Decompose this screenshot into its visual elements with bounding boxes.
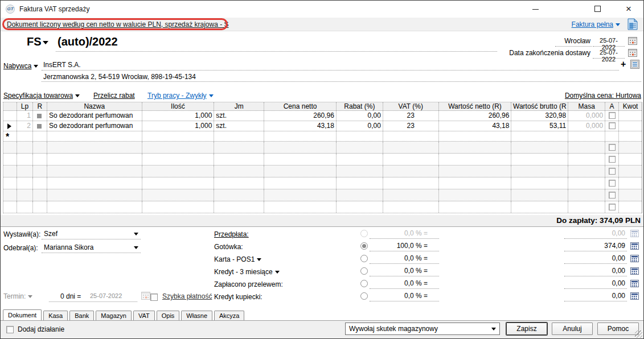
- item-qty-cell[interactable]: 1,000: [142, 121, 215, 131]
- default-price-link[interactable]: Domyślna cena: Hurtowa: [565, 92, 641, 100]
- table-row[interactable]: 2 So dezodorant perfumowan 1,000 szt. 43…: [3, 121, 642, 131]
- term-selector[interactable]: Termin:: [3, 292, 32, 300]
- calendar-icon[interactable]: [628, 37, 637, 47]
- col-header-nazwa[interactable]: Nazwa: [47, 102, 142, 110]
- doc-number-field[interactable]: (auto)/2022: [58, 35, 118, 48]
- spec-menu[interactable]: Specyfikacja towarowa: [3, 92, 80, 100]
- add-action-label[interactable]: Dodaj działanie: [18, 325, 64, 333]
- add-buyer-button[interactable]: +: [621, 59, 626, 69]
- payment-percent-field[interactable]: 100,0 % =: [370, 241, 439, 251]
- col-header-jm[interactable]: Jm: [214, 102, 264, 110]
- excise-checkbox[interactable]: [609, 168, 616, 175]
- tab-opis[interactable]: Opis: [157, 311, 180, 320]
- add-action-checkbox[interactable]: [6, 326, 14, 333]
- item-discount-cell[interactable]: 0,00: [337, 111, 383, 121]
- quick-payment-checkbox[interactable]: [150, 293, 158, 301]
- tab-bank[interactable]: Bank: [69, 311, 94, 320]
- cancel-button[interactable]: Anuluj: [552, 323, 593, 335]
- calculator-icon[interactable]: [630, 280, 639, 289]
- minimize-button[interactable]: [526, 1, 545, 17]
- payment-radio[interactable]: [360, 292, 368, 300]
- invoice-doc-icon[interactable]: [627, 18, 638, 32]
- tab-akcyza[interactable]: Akcyza: [214, 311, 244, 320]
- calendar-icon[interactable]: [628, 49, 637, 59]
- buyer-name-field[interactable]: InsERT S.A.: [43, 61, 81, 69]
- payment-label-dropdown[interactable]: Karta - POS1: [214, 255, 261, 263]
- col-header-kwot[interactable]: Kwot: [619, 102, 642, 110]
- payment-label-dropdown[interactable]: Kredyt - 3 miesiące: [214, 268, 280, 276]
- payment-percent-field[interactable]: 0,0 % =: [370, 291, 439, 301]
- item-vat-cell[interactable]: 23: [383, 111, 439, 121]
- maximize-button[interactable]: [588, 1, 607, 17]
- col-header-wartosc-netto[interactable]: Wartość netto (R): [439, 102, 512, 110]
- payment-value-field[interactable]: 0,00: [564, 278, 627, 289]
- col-header-vat[interactable]: VAT (%): [383, 102, 439, 110]
- payment-radio[interactable]: [360, 255, 368, 262]
- help-button[interactable]: Pomoc: [597, 323, 639, 335]
- close-button[interactable]: ×: [619, 1, 638, 17]
- excise-checkbox[interactable]: [609, 112, 616, 119]
- item-unit-cell[interactable]: szt.: [214, 111, 264, 121]
- payment-percent-field[interactable]: 0,0 % =: [370, 253, 439, 264]
- col-header-cena-netto[interactable]: Cena netto: [264, 102, 337, 110]
- col-header-a[interactable]: A: [605, 102, 619, 110]
- col-header-r[interactable]: R: [33, 102, 47, 110]
- excise-checkbox[interactable]: [609, 204, 616, 210]
- calculator-icon[interactable]: [630, 242, 639, 251]
- col-header-ilosc[interactable]: Ilość: [142, 102, 215, 110]
- item-name-cell[interactable]: So dezodorant perfumowan: [47, 121, 142, 131]
- item-name-cell[interactable]: So dezodorant perfumowan: [47, 111, 142, 121]
- payment-value-field[interactable]: 374,09: [564, 241, 627, 251]
- col-header-lp[interactable]: Lp: [17, 102, 33, 110]
- document-settings-link[interactable]: Dokument liczony według cen netto w walu…: [7, 20, 229, 28]
- tab-vat[interactable]: VAT: [133, 311, 155, 320]
- payment-radio-selected[interactable]: [360, 242, 368, 250]
- recalc-discount-link[interactable]: Przelicz rabat: [93, 92, 135, 100]
- delivery-date-field[interactable]: 25-07-2022: [593, 49, 625, 59]
- payment-value-field[interactable]: 0,00: [564, 291, 627, 301]
- col-header-rabat[interactable]: Rabat (%): [337, 102, 383, 110]
- term-days-field[interactable]: 0 dni =: [60, 292, 81, 300]
- calculator-icon[interactable]: [630, 255, 639, 264]
- excise-checkbox[interactable]: [609, 144, 616, 151]
- buyer-selector[interactable]: Nabywca: [3, 62, 38, 70]
- calculator-icon[interactable]: [630, 292, 639, 301]
- invoice-type-link[interactable]: Faktura pełna: [572, 20, 620, 28]
- item-vat-cell[interactable]: 23: [383, 121, 439, 131]
- warehouse-effect-select[interactable]: Wywołaj skutek magazynowy: [345, 323, 500, 335]
- item-unit-cell[interactable]: szt.: [214, 121, 264, 131]
- table-row[interactable]: 1 So dezodorant perfumowan 1,000 szt. 26…: [3, 111, 642, 121]
- item-price-cell[interactable]: 43,18: [264, 121, 337, 131]
- tab-wlasne[interactable]: Własne: [181, 311, 212, 320]
- item-price-cell[interactable]: 260,96: [264, 111, 337, 121]
- doc-type-selector[interactable]: FS: [27, 35, 48, 48]
- save-button[interactable]: Zapisz: [506, 323, 547, 335]
- tab-dokument[interactable]: Dokument: [3, 309, 42, 320]
- excise-checkbox[interactable]: [609, 156, 616, 163]
- buyer-address-field[interactable]: Jerzmanowska 2, 54-519 Wrocław, 898-19-4…: [43, 73, 196, 81]
- item-discount-cell[interactable]: 0,00: [337, 121, 383, 131]
- new-item-row[interactable]: *: [3, 131, 642, 142]
- payment-percent-field[interactable]: 0,0 % =: [370, 278, 439, 289]
- col-header-wartosc-brutto[interactable]: Wartość brutto (R: [511, 102, 568, 110]
- payment-radio[interactable]: [360, 280, 368, 287]
- received-by-select[interactable]: Marianna Sikora: [42, 243, 141, 253]
- excise-checkbox[interactable]: [609, 192, 616, 199]
- item-qty-cell[interactable]: 1,000: [142, 111, 215, 121]
- excise-checkbox[interactable]: [609, 122, 616, 129]
- payment-label[interactable]: Przedpłata:: [214, 230, 249, 238]
- resize-grip[interactable]: [635, 330, 642, 338]
- payment-value-field[interactable]: 0,00: [564, 266, 627, 276]
- payment-radio[interactable]: [360, 267, 368, 275]
- work-mode-menu[interactable]: Tryb pracy - Zwykły: [147, 92, 214, 100]
- tab-magazyn[interactable]: Magazyn: [96, 311, 132, 320]
- payment-value-field[interactable]: 0,00: [564, 253, 627, 264]
- excise-checkbox[interactable]: [609, 180, 616, 187]
- payment-percent-field[interactable]: 0,0 % =: [370, 266, 439, 276]
- quick-payment-label[interactable]: Szybka płatność: [162, 292, 212, 300]
- issue-date-field[interactable]: 25-07-2022: [593, 37, 625, 47]
- tab-kasa[interactable]: Kasa: [43, 311, 68, 320]
- col-header-masa[interactable]: Masa: [568, 102, 605, 110]
- city-field[interactable]: Wrocław: [555, 37, 592, 47]
- calculator-icon[interactable]: [630, 267, 639, 276]
